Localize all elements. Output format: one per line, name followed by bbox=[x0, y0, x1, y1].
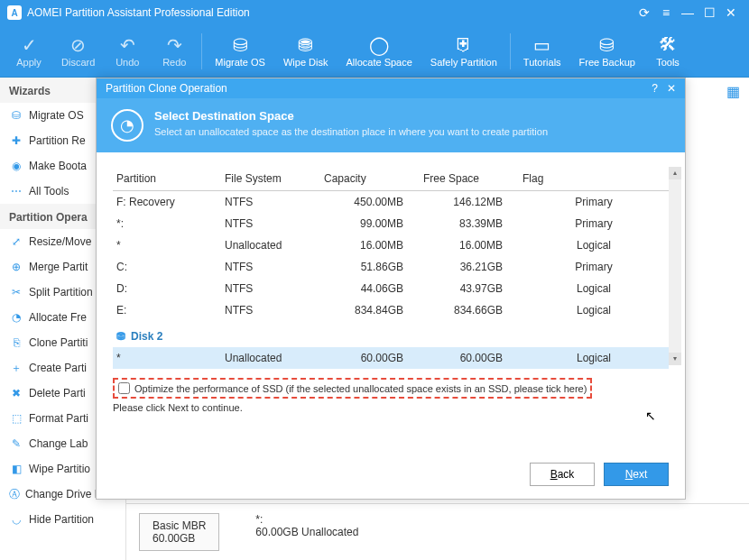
check-icon: ✓ bbox=[22, 35, 37, 55]
clone-modal: Partition Clone Operation ? ✕ ◔ Select D… bbox=[96, 78, 686, 500]
menu-icon[interactable]: ≡ bbox=[655, 2, 677, 23]
partition-desc: 60.00GB Unallocated bbox=[255, 526, 358, 538]
hdd-icon: ⛁ bbox=[233, 35, 248, 55]
recovery-icon: ✚ bbox=[9, 133, 23, 148]
table-row-selected[interactable]: *Unallocated60.00GB60.00GBLogical bbox=[113, 347, 669, 369]
wrench-icon: 🛠 bbox=[659, 35, 677, 55]
disk-icon: ⛁ bbox=[9, 108, 23, 123]
close-icon[interactable]: ✕ bbox=[720, 2, 742, 23]
hint-text: Please click Next to continue. bbox=[113, 402, 669, 413]
table-row[interactable]: *:NTFS99.00MB83.39MBPrimary bbox=[113, 213, 669, 234]
scroll-down-icon[interactable]: ▾ bbox=[669, 353, 681, 365]
disk-summary-box[interactable]: Basic MBR 60.00GB bbox=[139, 513, 219, 551]
disk-size: 60.00GB bbox=[153, 532, 206, 545]
eraser-icon: ◧ bbox=[9, 462, 23, 476]
undo-button[interactable]: ↶Undo bbox=[104, 32, 151, 71]
col-flag: Flag bbox=[519, 167, 669, 191]
delete-icon: ✖ bbox=[9, 386, 23, 400]
modal-body: Partition File System Capacity Free Spac… bbox=[97, 152, 685, 454]
modal-footer: Back Next bbox=[97, 454, 685, 499]
col-fs: File System bbox=[221, 167, 320, 191]
allocate-space-button[interactable]: ◯Allocate Space bbox=[337, 32, 421, 71]
tools-button[interactable]: 🛠Tools bbox=[644, 32, 691, 71]
create-icon: ＋ bbox=[9, 361, 23, 375]
ssd-optimize-row[interactable]: Optimize the performance of SSD (if the … bbox=[113, 378, 592, 399]
free-backup-button[interactable]: ⛁Free Backup bbox=[570, 32, 644, 71]
modal-titlebar: Partition Clone Operation ? ✕ bbox=[97, 78, 685, 98]
pie-chart-icon: ◔ bbox=[111, 109, 143, 142]
banner-title: Select Destination Space bbox=[154, 109, 548, 123]
migrate-os-button[interactable]: ⛁Migrate OS bbox=[206, 32, 274, 71]
ssd-label: Optimize the performance of SSD (if the … bbox=[134, 383, 587, 394]
maximize-icon[interactable]: ☐ bbox=[698, 2, 720, 23]
undo-icon: ↶ bbox=[120, 35, 135, 55]
table-row[interactable]: *Unallocated16.00MB16.00MBLogical bbox=[113, 234, 669, 256]
split-icon: ✂ bbox=[9, 285, 23, 299]
mouse-cursor-icon: ↖ bbox=[645, 409, 656, 423]
discard-icon: ⊘ bbox=[70, 35, 86, 55]
label-icon: ✎ bbox=[9, 436, 23, 451]
scroll-up-icon[interactable]: ▴ bbox=[669, 167, 681, 179]
table-scrollbar[interactable]: ▴ ▾ bbox=[669, 167, 681, 365]
col-free: Free Space bbox=[420, 167, 519, 191]
safely-partition-button[interactable]: ⛨Safely Partition bbox=[421, 32, 506, 71]
wipe-icon: ⛃ bbox=[298, 35, 313, 55]
back-button[interactable]: Back bbox=[530, 463, 595, 486]
refresh-icon[interactable]: ⟳ bbox=[633, 2, 655, 23]
resize-icon: ⤢ bbox=[9, 234, 23, 249]
tutorials-button[interactable]: ▭Tutorials bbox=[514, 32, 570, 71]
disk-type: Basic MBR bbox=[153, 519, 206, 532]
sidebar-item-hide[interactable]: ◡Hide Partition bbox=[0, 507, 125, 532]
hide-icon: ◡ bbox=[9, 512, 23, 527]
redo-icon: ↷ bbox=[167, 35, 182, 55]
table-header-row: Partition File System Capacity Free Spac… bbox=[113, 167, 669, 191]
banner-subtitle: Select an unallocated space as the desti… bbox=[154, 126, 548, 137]
app-logo: A bbox=[7, 5, 22, 20]
next-button[interactable]: Next bbox=[604, 463, 669, 486]
col-capacity: Capacity bbox=[320, 167, 420, 191]
cd-icon: ◉ bbox=[9, 159, 23, 173]
app-title: AOMEI Partition Assistant Professional E… bbox=[27, 6, 250, 19]
backup-icon: ⛁ bbox=[599, 35, 615, 55]
partition-summary: *: 60.00GB Unallocated bbox=[255, 513, 358, 551]
bottom-panel: Basic MBR 60.00GB *: 60.00GB Unallocated bbox=[126, 503, 749, 560]
merge-icon: ⊕ bbox=[9, 260, 23, 274]
letter-icon: Ⓐ bbox=[9, 487, 20, 501]
book-icon: ▭ bbox=[533, 35, 550, 55]
modal-banner: ◔ Select Destination Space Select an una… bbox=[97, 98, 685, 152]
titlebar: A AOMEI Partition Assistant Professional… bbox=[0, 0, 749, 25]
shield-icon: ⛨ bbox=[455, 35, 473, 55]
allocate-icon: ◯ bbox=[369, 35, 389, 55]
col-partition: Partition bbox=[113, 167, 221, 191]
table-row[interactable]: F: RecoveryNTFS450.00MB146.12MBPrimary bbox=[113, 191, 669, 214]
main-toolbar: ✓Apply ⊘Discard ↶Undo ↷Redo ⛁Migrate OS … bbox=[0, 25, 749, 78]
format-icon: ⬚ bbox=[9, 411, 23, 426]
apply-button[interactable]: ✓Apply bbox=[5, 32, 52, 71]
wipe-disk-button[interactable]: ⛃Wipe Disk bbox=[274, 32, 338, 71]
dots-icon: ⋯ bbox=[9, 184, 23, 198]
minimize-icon[interactable]: — bbox=[677, 2, 698, 23]
help-icon[interactable]: ? bbox=[652, 82, 658, 95]
discard-button[interactable]: ⊘Discard bbox=[52, 32, 104, 71]
disk-group-row[interactable]: ⛃Disk 2 bbox=[113, 321, 669, 347]
clone-icon: ⎘ bbox=[9, 335, 23, 350]
table-row[interactable]: E:NTFS834.84GB834.66GBLogical bbox=[113, 299, 669, 321]
pie-icon: ◔ bbox=[9, 310, 23, 325]
modal-close-icon[interactable]: ✕ bbox=[667, 82, 676, 95]
partition-letter: *: bbox=[255, 513, 358, 526]
ssd-checkbox[interactable] bbox=[118, 382, 130, 394]
table-row[interactable]: D:NTFS44.06GB43.97GBLogical bbox=[113, 278, 669, 299]
partition-table: Partition File System Capacity Free Spac… bbox=[113, 167, 669, 369]
table-row[interactable]: C:NTFS51.86GB36.21GBPrimary bbox=[113, 256, 669, 278]
redo-button[interactable]: ↷Redo bbox=[151, 32, 198, 71]
view-grid-icon[interactable]: ▦ bbox=[726, 83, 740, 100]
modal-title: Partition Clone Operation bbox=[106, 82, 227, 95]
